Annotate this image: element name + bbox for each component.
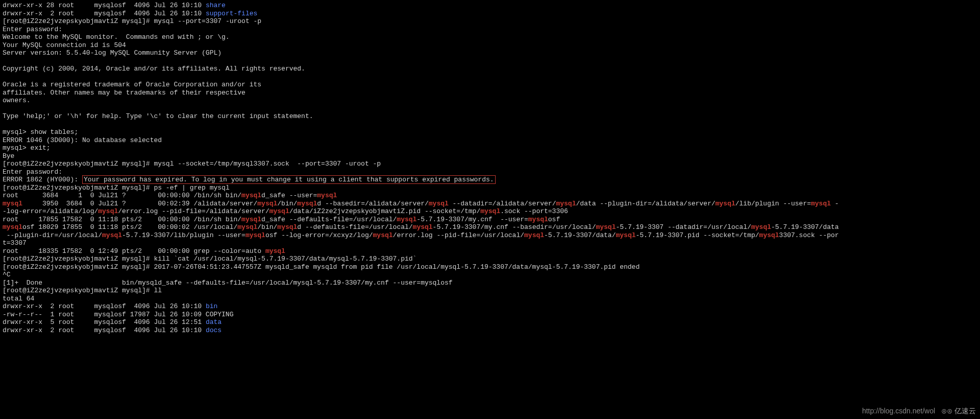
ls-line: drwxr-xr-x 28 root mysqlosf 4096 Jul 26 … — [3, 2, 226, 9]
ps-line: root 3684 1 0 Jul21 ? 00:00:00 /bin/sh b… — [3, 192, 337, 199]
mysql-prompt: mysql> show tables; — [3, 128, 78, 136]
error-line: ERROR 1046 (3D000): No database selected — [3, 136, 162, 144]
text-line: [1]+ Done bin/mysqld_safe --defaults-fil… — [3, 279, 453, 287]
watermark-logo: ⊙⊙ 亿速云 — [941, 407, 976, 415]
text-line: Bye — [3, 152, 14, 160]
ps-line: root 17855 17582 0 11:18 pts/2 00:00:00 … — [3, 216, 560, 223]
ps-line: root 18335 17582 0 12:49 pts/2 00:00:00 … — [3, 247, 285, 255]
ls-line: drwxr-xr-x 5 root mysqlosf 4096 Jul 26 1… — [3, 318, 222, 326]
shell-prompt: [root@iZ2ze2jvzepskyobjmavtiZ mysql]# ll — [3, 287, 162, 294]
error-message-box: Your password has expired. To log in you… — [82, 175, 496, 184]
ls-line: drwxr-xr-x 2 root mysqlosf 4096 Jul 26 1… — [3, 302, 217, 310]
dir-name: share — [206, 2, 226, 9]
text-line: Enter password: — [3, 26, 66, 33]
text-line: affiliates. Other names may be trademark… — [3, 89, 246, 97]
shell-prompt: [root@iZ2ze2jvzepskyobjmavtiZ mysql]# 20… — [3, 263, 640, 271]
shell-prompt: [root@iZ2ze2jvzepskyobjmavtiZ mysql]# my… — [3, 160, 381, 168]
text-line: Oracle is a registered trademark of Orac… — [3, 81, 261, 88]
ps-line: --plugin-dir=/usr/local/mysql-5.7.19-330… — [3, 231, 839, 239]
watermark-url: http://blog.csdn.net/wol — [862, 407, 935, 415]
text-line: total 64 — [3, 295, 34, 302]
ps-line: -log-error=/alidata/log/mysql/error.log … — [3, 207, 568, 215]
ps-line: mysql 3950 3684 0 Jul21 ? 00:02:39 /alid… — [3, 200, 839, 207]
shell-prompt: [root@iZ2ze2jvzepskyobjmavtiZ mysql]# my… — [3, 17, 261, 25]
shell-prompt: [root@iZ2ze2jvzepskyobjmavtiZ mysql]# ps… — [3, 184, 230, 192]
error-highlight: ERROR 1862 (HY000): Your password has ex… — [3, 175, 496, 184]
dir-name: support-files — [206, 10, 257, 17]
ls-line: drwxr-xr-x 2 root mysqlosf 4096 Jul 26 1… — [3, 327, 222, 334]
ps-line: t=3307 — [3, 239, 27, 247]
text-line: Server version: 5.5.40-log MySQL Communi… — [3, 49, 222, 57]
text-line: Enter password: — [3, 168, 66, 176]
terminal-output: drwxr-xr-x 28 root mysqlosf 4096 Jul 26 … — [0, 0, 980, 336]
text-line: Copyright (c) 2000, 2014, Oracle and/or … — [3, 65, 305, 73]
ls-line: drwxr-xr-x 2 root mysqlosf 4096 Jul 26 1… — [3, 10, 257, 17]
text-line: Type 'help;' or '\h' for help. Type '\c'… — [3, 112, 313, 120]
shell-prompt: [root@iZ2ze2jvzepskyobjmavtiZ mysql]# ki… — [3, 255, 416, 263]
mysql-prompt: mysql> exit; — [3, 144, 51, 152]
ps-line: mysqlosf 18029 17855 0 11:18 pts/2 00:00… — [3, 223, 839, 231]
text-line: Your MySQL connection id is 504 — [3, 41, 126, 49]
watermark: http://blog.csdn.net/wol ⊙⊙ 亿速云 — [762, 404, 980, 419]
text-line: ^C — [3, 271, 11, 278]
text-line: Welcome to the MySQL monitor. Commands e… — [3, 33, 230, 41]
text-line: owners. — [3, 97, 31, 104]
ls-line: -rw-r--r-- 1 root mysqlosf 17987 Jul 26 … — [3, 311, 233, 318]
